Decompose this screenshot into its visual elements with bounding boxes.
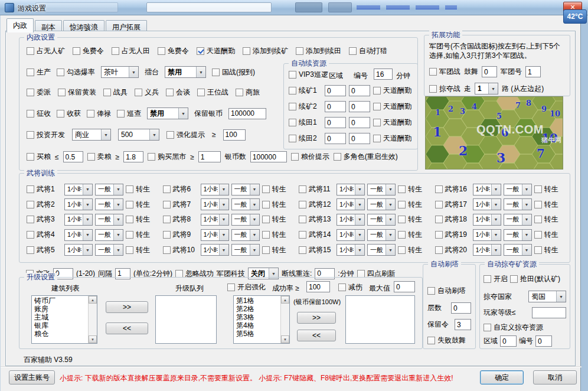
legion-war-checkbox[interactable]: 军团战 xyxy=(429,67,460,77)
checkbox-武将20[interactable]: 武将20 xyxy=(435,245,471,255)
checkbox-rebirth[interactable]: 转生 xyxy=(398,245,422,255)
tea-dropdown[interactable]: 茶叶▼ xyxy=(101,66,139,78)
checkbox-武将9[interactable]: 武将9 xyxy=(163,230,198,240)
list-item[interactable]: 主城 xyxy=(32,313,88,321)
scroll-down-icon[interactable]: ▼ xyxy=(281,335,289,343)
move-right-button-2[interactable]: >> xyxy=(297,312,336,324)
max-value-input[interactable] xyxy=(394,281,415,292)
checkbox-武将8[interactable]: 武将8 xyxy=(163,214,198,224)
grab-field-checkbox[interactable]: 抢田(默认矿) xyxy=(510,274,560,284)
checkbox-tiandao[interactable]: 天道酬勤 xyxy=(373,133,411,144)
checkbox-武将18[interactable]: 武将18 xyxy=(435,214,471,224)
checkbox-rebirth[interactable]: 转生 xyxy=(534,200,558,210)
checkbox-武将17[interactable]: 武将17 xyxy=(435,200,471,210)
move-left-button-1[interactable]: << xyxy=(106,322,148,334)
checkbox-商旅[interactable]: 商旅 xyxy=(236,87,260,97)
scroll-up-icon[interactable]: ▲ xyxy=(281,296,289,304)
scroll-up-icon[interactable]: ▲ xyxy=(89,296,97,304)
quality-dropdown[interactable]: 一般▼ xyxy=(367,229,396,241)
checkbox-天道酬勤[interactable]: 天道酬勤 xyxy=(197,46,235,56)
checkbox-占无人田[interactable]: 占无人田 xyxy=(112,46,150,56)
droprate-checkbox[interactable]: 勾选爆率 xyxy=(57,67,95,77)
checkbox-续矿2[interactable]: 续矿2 xyxy=(289,102,322,112)
list-item[interactable]: 银库 xyxy=(32,321,88,330)
checkbox-rebirth[interactable]: 转生 xyxy=(398,184,422,194)
slot-listbox[interactable]: 第1格第2格第3格第4格第5格 ▲▼ xyxy=(233,295,290,344)
checkbox-tiandao[interactable]: 天道酬勤 xyxy=(373,86,411,96)
duration-dropdown[interactable]: 1小时▼ xyxy=(473,244,501,256)
checkbox-免费令[interactable]: 免费令 xyxy=(73,46,104,56)
checkbox-武将1[interactable]: 武将1 xyxy=(27,184,62,194)
duration-dropdown[interactable]: 1小时▼ xyxy=(64,198,93,210)
checkbox-续田1[interactable]: 续田1 xyxy=(289,118,322,128)
salary-checkbox[interactable]: 俸禄 xyxy=(87,109,111,119)
checkbox-义兵[interactable]: 义兵 xyxy=(135,87,159,97)
resource-number-input[interactable] xyxy=(349,101,370,112)
quality-dropdown[interactable]: 一般▼ xyxy=(95,198,123,210)
checkbox-rebirth[interactable]: 转生 xyxy=(262,184,286,194)
list-item[interactable]: 第1格 xyxy=(234,296,280,305)
multirole-checkbox[interactable]: 多角色(重启生效) xyxy=(334,152,398,162)
duration-dropdown[interactable]: 1小时▼ xyxy=(64,244,93,256)
quality-dropdown[interactable]: 一般▼ xyxy=(504,198,532,210)
checkbox-武将7[interactable]: 武将7 xyxy=(163,200,198,210)
duration-dropdown[interactable]: 1小时▼ xyxy=(201,198,229,210)
levy-checkbox[interactable]: 征收 xyxy=(27,109,51,119)
quality-dropdown[interactable]: 一般▼ xyxy=(231,229,260,241)
checkbox-rebirth[interactable]: 转生 xyxy=(262,214,286,224)
checkbox-续矿1[interactable]: 续矿1 xyxy=(289,86,322,96)
blackmarket-checkbox[interactable]: 购买黑市 xyxy=(148,152,186,162)
list-item[interactable]: 第3格 xyxy=(234,313,280,321)
invest-type-dropdown[interactable]: 商业▼ xyxy=(72,129,111,141)
checkbox-免费令[interactable]: 免费令 xyxy=(158,46,189,56)
checkbox-武将6[interactable]: 武将6 xyxy=(163,184,198,194)
resource-area-input[interactable] xyxy=(325,101,346,112)
resource-area-input[interactable] xyxy=(325,133,346,144)
checkbox-rebirth[interactable]: 转生 xyxy=(534,245,558,255)
quality-dropdown[interactable]: 一般▼ xyxy=(367,244,396,256)
checkbox-武将3[interactable]: 武将3 xyxy=(27,214,62,224)
patrol-checkbox[interactable]: 巡查 xyxy=(117,109,141,119)
checkbox-tiandao[interactable]: 天道酬勤 xyxy=(373,102,411,112)
country-dropdown[interactable]: 蜀国▼ xyxy=(528,291,566,302)
list-item[interactable]: 铸币厂 xyxy=(32,296,88,305)
silver-count-input[interactable] xyxy=(250,151,287,162)
checkbox-rebirth[interactable]: 转生 xyxy=(126,214,150,224)
checkbox-武将2[interactable]: 武将2 xyxy=(27,200,62,210)
duration-dropdown[interactable]: 1小时▼ xyxy=(64,214,93,226)
invest-amount-dropdown[interactable]: 500▼ xyxy=(118,129,159,141)
tokens-input[interactable] xyxy=(455,319,471,330)
enhance-hint-checkbox[interactable]: 强化提示 xyxy=(166,130,205,140)
checkbox-武将4[interactable]: 武将4 xyxy=(27,230,62,240)
duration-dropdown[interactable]: 1小时▼ xyxy=(201,184,229,196)
duration-dropdown[interactable]: 1小时▼ xyxy=(337,244,365,256)
quality-dropdown[interactable]: 一般▼ xyxy=(95,244,123,256)
list-item[interactable]: 粮仓 xyxy=(32,330,88,338)
enhance-hint-input[interactable] xyxy=(223,129,246,141)
scrollbar[interactable]: ▲▼ xyxy=(88,296,97,343)
quality-dropdown[interactable]: 一般▼ xyxy=(504,244,532,256)
duration-dropdown[interactable]: 1小时▼ xyxy=(473,184,501,196)
quality-dropdown[interactable]: 一般▼ xyxy=(95,184,123,196)
quality-dropdown[interactable]: 一般▼ xyxy=(231,244,260,256)
player-level-input[interactable] xyxy=(532,307,566,318)
checkbox-添加到续田[interactable]: 添加到续田 xyxy=(296,46,341,56)
quality-dropdown[interactable]: 一般▼ xyxy=(367,184,396,196)
checkbox-rebirth[interactable]: 转生 xyxy=(262,230,286,240)
quality-dropdown[interactable]: 一般▼ xyxy=(231,184,260,196)
checkbox-武将14[interactable]: 武将14 xyxy=(299,230,334,240)
checkbox-自动打猎[interactable]: 自动打猎 xyxy=(349,46,387,56)
checkbox-rebirth[interactable]: 转生 xyxy=(126,184,150,194)
sell-grain-checkbox[interactable]: 卖粮 xyxy=(87,152,112,162)
checkbox-武将5[interactable]: 武将5 xyxy=(27,245,62,255)
duration-dropdown[interactable]: 1小时▼ xyxy=(201,244,229,256)
quality-dropdown[interactable]: 一般▼ xyxy=(504,214,532,226)
arena-dropdown[interactable]: 禁用▼ xyxy=(165,66,206,78)
auto-tower-checkbox[interactable]: 自动刷塔 xyxy=(427,286,466,296)
keep-silver-input[interactable] xyxy=(228,108,266,119)
quality-dropdown[interactable]: 一般▼ xyxy=(231,214,260,226)
duration-dropdown[interactable]: 1小时▼ xyxy=(473,229,501,241)
resource-number-input[interactable] xyxy=(349,85,370,96)
checkbox-武将11[interactable]: 武将11 xyxy=(299,184,334,194)
custom-plunder-checkbox[interactable]: 自定义掠夺资源 xyxy=(484,322,543,333)
